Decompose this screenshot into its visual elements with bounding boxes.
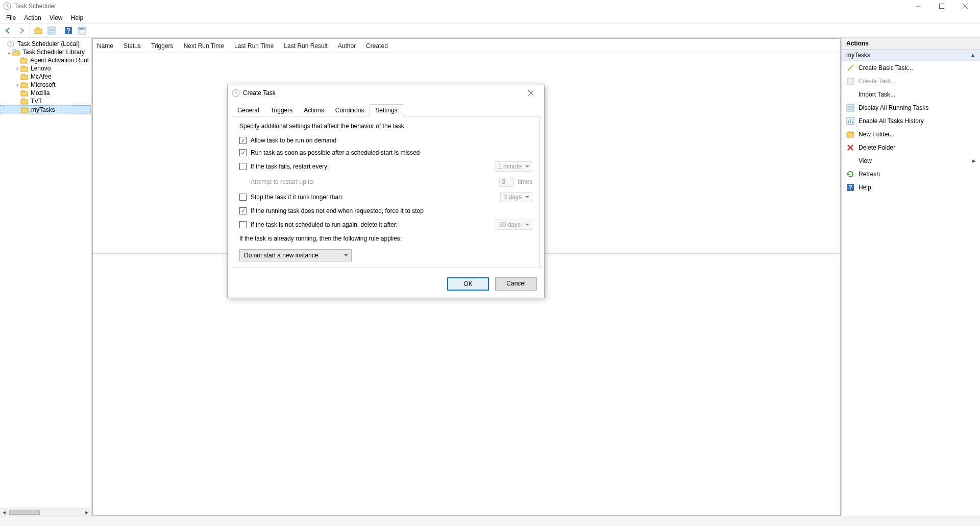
tree-node-tvt[interactable]: TVT (0, 97, 91, 105)
up-button[interactable] (32, 25, 44, 37)
tree-node-mcafee[interactable]: McAfee (0, 73, 91, 81)
checkbox-run-asap[interactable] (239, 149, 247, 156)
collapse-icon[interactable]: ▲ (970, 52, 976, 59)
extra-button[interactable] (76, 25, 88, 37)
select-stop-duration[interactable]: 3 days (500, 192, 532, 202)
column-next-run-time[interactable]: Next Run Time (184, 42, 224, 50)
clock-icon (232, 89, 240, 97)
menu-help[interactable]: Help (67, 13, 88, 22)
app-icon (3, 2, 11, 10)
checkbox-stop-if-longer[interactable] (239, 194, 247, 201)
action-delete-folder[interactable]: Delete Folder (842, 141, 980, 154)
action-enable-all-tasks-history[interactable]: Enable All Tasks History (842, 114, 980, 128)
action-create-basic-task[interactable]: Create Basic Task... (842, 61, 980, 75)
properties-button[interactable] (45, 25, 58, 37)
blank-icon (846, 90, 854, 99)
tree-node-lenovo[interactable]: ›Lenovo (0, 64, 91, 73)
chevron-down-icon[interactable]: ⌄ (6, 49, 12, 56)
column-name[interactable]: Name (97, 42, 113, 50)
setting-allow-on-demand: Allow task to be run on demand (239, 137, 532, 144)
svg-rect-7 (79, 28, 84, 30)
refresh-icon (846, 170, 854, 178)
tree-node-mozilla[interactable]: Mozilla (0, 89, 91, 97)
column-triggers[interactable]: Triggers (151, 42, 174, 50)
tree-node-label: myTasks (31, 106, 55, 113)
column-author[interactable]: Author (338, 42, 356, 50)
select-running-rule[interactable]: Do not start a new instance (239, 249, 352, 261)
menu-view[interactable]: View (45, 13, 67, 22)
input-restart-attempts[interactable]: 3 (499, 177, 513, 187)
tree-node-label: Lenovo (31, 65, 51, 72)
column-status[interactable]: Status (124, 42, 141, 50)
tree-scrollbar[interactable]: ◂ ▸ (0, 508, 91, 516)
scroll-right-icon[interactable]: ▸ (83, 509, 91, 516)
action-view[interactable]: View (842, 154, 980, 168)
label-stop-if-longer: Stop the task if it runs longer than: (251, 194, 344, 201)
menu-action[interactable]: Action (20, 13, 45, 22)
action-label: Display All Running Tasks (859, 104, 928, 111)
folder-icon (21, 106, 29, 113)
library-icon (12, 49, 20, 56)
tree-node-mytasks[interactable]: myTasks (0, 105, 91, 114)
settings-description: Specify additional settings that affect … (239, 123, 532, 130)
svg-rect-19 (847, 78, 853, 84)
action-import-task[interactable]: Import Task... (842, 88, 980, 101)
maximize-button[interactable] (930, 0, 953, 12)
checkbox-force-stop[interactable] (239, 207, 247, 214)
tab-settings-page: Specify additional settings that affect … (232, 116, 540, 268)
chevron-icon[interactable]: › (14, 81, 20, 88)
action-new-folder[interactable]: New Folder... (842, 128, 980, 141)
back-button[interactable] (2, 25, 14, 37)
tab-conditions[interactable]: Conditions (330, 104, 370, 116)
delete-icon (846, 144, 854, 152)
select-delete-after[interactable]: 30 days (496, 220, 532, 230)
dialog-close-button[interactable] (522, 87, 540, 99)
checkbox-delete-after[interactable] (239, 221, 247, 228)
statusbar (0, 516, 980, 526)
svg-rect-11 (20, 59, 27, 63)
menu-file[interactable]: File (2, 13, 20, 22)
action-help[interactable]: ?Help (842, 181, 980, 194)
setting-delete-after: If the task is not scheduled to run agai… (239, 220, 532, 230)
help-button[interactable]: ? (62, 25, 75, 37)
label-running-rule: If the task is already running, then the… (239, 235, 532, 242)
action-create-task[interactable]: Create Task... (842, 75, 980, 88)
column-last-run-time[interactable]: Last Run Time (234, 42, 274, 50)
scroll-thumb[interactable] (9, 510, 40, 515)
minimize-button[interactable] (906, 0, 930, 12)
newfolder-icon (846, 130, 854, 138)
tab-settings[interactable]: Settings (370, 104, 403, 116)
tree-root[interactable]: Task Scheduler (Local) (0, 40, 91, 48)
svg-rect-12 (21, 67, 28, 71)
scroll-left-icon[interactable]: ◂ (0, 509, 8, 516)
dialog-titlebar: Create Task (228, 85, 544, 101)
action-refresh[interactable]: Refresh (842, 168, 980, 181)
folder-icon (20, 65, 29, 72)
tree-node-microsoft[interactable]: ›Microsoft (0, 81, 91, 89)
close-button[interactable] (953, 0, 977, 12)
action-display-all-running-tasks[interactable]: Display All Running Tasks (842, 101, 980, 114)
checkbox-allow-on-demand[interactable] (239, 137, 247, 144)
ok-button[interactable]: OK (447, 277, 489, 291)
folder-icon (20, 98, 29, 105)
chevron-icon[interactable]: › (14, 65, 20, 72)
tab-actions[interactable]: Actions (298, 104, 329, 116)
action-label: Refresh (859, 171, 880, 178)
checkbox-restart-on-fail[interactable] (239, 163, 247, 170)
label-allow-on-demand: Allow task to be run on demand (251, 137, 336, 144)
tree-library[interactable]: ⌄ Task Scheduler Library (0, 48, 91, 56)
column-last-run-result[interactable]: Last Run Result (284, 42, 327, 50)
tab-general[interactable]: General (232, 104, 265, 116)
window-titlebar: Task Scheduler (0, 0, 980, 12)
clock-icon (7, 40, 15, 47)
column-created[interactable]: Created (366, 42, 388, 50)
forward-button[interactable] (15, 25, 28, 37)
navigation-tree[interactable]: Task Scheduler (Local) ⌄ Task Scheduler … (0, 38, 91, 508)
cancel-button[interactable]: Cancel (495, 277, 537, 291)
actions-group-header[interactable]: myTasks ▲ (842, 50, 980, 61)
folder-icon (20, 57, 28, 64)
tree-node-agent-activation-runt[interactable]: Agent Activation Runt (0, 56, 91, 64)
select-restart-interval[interactable]: 1 minute (495, 161, 532, 172)
tab-triggers[interactable]: Triggers (265, 104, 299, 116)
menubar: File Action View Help (0, 12, 980, 23)
